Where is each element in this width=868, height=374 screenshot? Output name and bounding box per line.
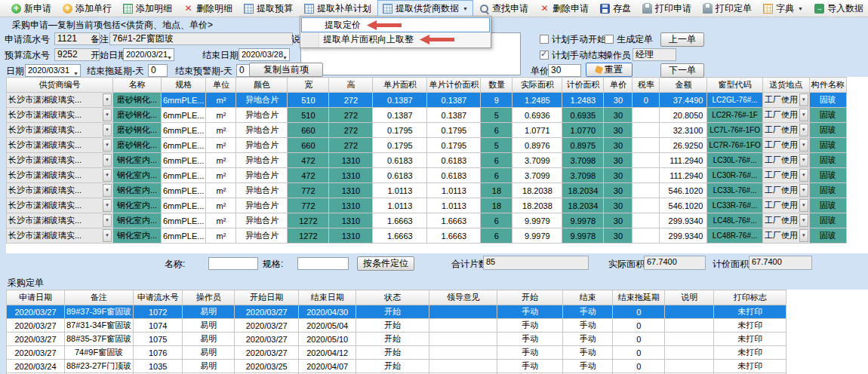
component-cell[interactable]: 固玻 bbox=[809, 213, 846, 228]
menu-item[interactable]: 提取单片面积向上取整 bbox=[300, 32, 491, 47]
unit-cell[interactable]: m² bbox=[206, 108, 236, 123]
name-cell[interactable]: 钢化室内... bbox=[113, 183, 162, 198]
actual-area-cell[interactable]: 1.2485 bbox=[512, 93, 562, 108]
component-cell[interactable]: 固玻 bbox=[809, 153, 846, 168]
unit-price-cell[interactable]: 30 bbox=[604, 213, 633, 228]
table-row[interactable]: 长沙市潇湘玻璃实...▼钢化室内...6mmPLE...m²异地合片772131… bbox=[7, 183, 847, 198]
end-delay-cell[interactable]: 0 bbox=[613, 333, 665, 346]
column-header[interactable]: 宽 bbox=[288, 78, 329, 93]
status-cell[interactable]: 开始 bbox=[356, 346, 429, 360]
component-cell[interactable]: 固玻 bbox=[809, 198, 846, 213]
end-mode-cell[interactable]: 手动 bbox=[563, 333, 613, 346]
toolbar-button[interactable]: 打印定单 bbox=[697, 0, 757, 17]
toolbar-button[interactable]: 提取补单计划 bbox=[299, 0, 377, 17]
name-cell[interactable]: 钢化室内... bbox=[113, 198, 162, 213]
height-cell[interactable]: 272 bbox=[329, 108, 373, 123]
width-cell[interactable]: 772 bbox=[288, 183, 329, 198]
tax-rate-cell[interactable] bbox=[633, 153, 660, 168]
supplier-cell[interactable]: 长沙市潇湘玻璃实...▼ bbox=[7, 108, 113, 123]
prev-order-button[interactable]: 上一单 bbox=[660, 32, 704, 47]
column-header[interactable]: 操作员 bbox=[183, 290, 235, 305]
unit-cell[interactable]: m² bbox=[206, 228, 236, 244]
name-cell[interactable]: 磨砂钢化... bbox=[113, 138, 162, 153]
priced-area-cell[interactable]: 18.2034 bbox=[562, 198, 604, 213]
width-cell[interactable]: 1272 bbox=[288, 213, 329, 228]
gen-order-checkbox[interactable] bbox=[605, 35, 614, 44]
column-header[interactable]: 窗型代码 bbox=[707, 78, 762, 93]
color-cell[interactable]: 异地合片 bbox=[236, 108, 288, 123]
table-row[interactable]: 2020/03/2787#31-34F窗固玻1074易明2020/03/2720… bbox=[7, 319, 786, 333]
table-row[interactable]: 2020/03/2788#35-37F窗固玻1075易明2020/03/2720… bbox=[7, 333, 786, 346]
unit-price-cell[interactable]: 30 bbox=[604, 228, 633, 244]
color-cell[interactable]: 异地合片 bbox=[236, 138, 288, 153]
spec-cell[interactable]: 6mmPLE... bbox=[162, 123, 206, 138]
piece-priced-area-cell[interactable]: 0.1795 bbox=[427, 138, 481, 153]
apply-no-cell[interactable]: 1076 bbox=[134, 346, 183, 360]
start-date-cell[interactable]: 2020/03/27 bbox=[235, 333, 299, 346]
priced-area-cell[interactable]: 3.7098 bbox=[562, 168, 604, 183]
start-date-combo[interactable]: 2020/03/21 bbox=[123, 48, 174, 61]
table-row[interactable]: 长沙市潇湘玻璃实...▼磨砂钢化...6mmPLE...m²异地合片660272… bbox=[7, 123, 847, 138]
amount-cell[interactable]: 299.9340 bbox=[660, 213, 707, 228]
start-mode-cell[interactable]: 手动 bbox=[497, 360, 563, 373]
height-cell[interactable]: 272 bbox=[329, 93, 373, 108]
qty-cell[interactable]: 6 bbox=[481, 123, 512, 138]
start-mode-cell[interactable]: 手动 bbox=[497, 346, 563, 360]
window-code-cell[interactable]: LC48R-76#... bbox=[707, 228, 762, 244]
spec-cell[interactable]: 6mmPLE... bbox=[162, 153, 206, 168]
qty-cell[interactable]: 6 bbox=[481, 153, 512, 168]
apply-date-cell[interactable]: 2020/03/27 bbox=[7, 333, 65, 346]
piece-area-cell[interactable]: 0.6183 bbox=[373, 168, 427, 183]
table-row[interactable]: 2020/03/2488#23-27F门顶玻1035易明2020/03/2520… bbox=[7, 360, 786, 373]
column-header[interactable]: 开始日期 bbox=[235, 290, 299, 305]
height-cell[interactable]: 1310 bbox=[329, 183, 373, 198]
supplier-cell[interactable]: 长沙市潇湘玻璃实...▼ bbox=[7, 213, 113, 228]
remark-cell[interactable]: 74#9F窗固玻 bbox=[65, 346, 134, 360]
tax-rate-cell[interactable] bbox=[633, 108, 660, 123]
dropdown-arrow-icon[interactable]: ▼ bbox=[799, 139, 808, 152]
unit-cell[interactable]: m² bbox=[206, 213, 236, 228]
operator-cell[interactable]: 易明 bbox=[183, 360, 235, 373]
delivery-cell[interactable]: 工厂使用▼ bbox=[762, 123, 809, 138]
tax-rate-cell[interactable]: 0 bbox=[633, 93, 660, 108]
amount-cell[interactable]: 111.2940 bbox=[660, 153, 707, 168]
name-cell[interactable]: 钢化室内... bbox=[113, 228, 162, 244]
component-cell[interactable]: 固玻 bbox=[809, 168, 846, 183]
piece-area-cell[interactable]: 0.1387 bbox=[373, 108, 427, 123]
dropdown-arrow-icon[interactable]: ▼ bbox=[103, 184, 112, 197]
column-header[interactable]: 高 bbox=[329, 78, 373, 93]
delivery-cell[interactable]: 工厂使用▼ bbox=[762, 228, 809, 244]
qty-cell[interactable]: 6 bbox=[481, 228, 512, 244]
dropdown-arrow-icon[interactable]: ▼ bbox=[103, 109, 112, 121]
table-row[interactable]: 长沙市潇湘玻璃实...▼钢化室内...6mmPLE...m²异地合片772131… bbox=[7, 198, 847, 213]
delivery-cell[interactable]: 工厂使用▼ bbox=[762, 93, 809, 108]
apply-no-cell[interactable]: 1075 bbox=[134, 333, 183, 346]
table-row[interactable]: 长沙市潇湘玻璃实...▼钢化室内...6mmPLE...m²异地合片127213… bbox=[7, 213, 847, 228]
menu-item[interactable]: 提取定价 bbox=[301, 17, 490, 32]
actual-area-cell[interactable]: 18.2038 bbox=[512, 198, 562, 213]
end-date-cell[interactable]: 2020/04/07 bbox=[299, 360, 356, 373]
height-cell[interactable]: 1310 bbox=[329, 198, 373, 213]
window-code-cell[interactable]: LC30R-76#... bbox=[707, 168, 762, 183]
column-header[interactable]: 结束日期 bbox=[299, 290, 356, 305]
start-date-cell[interactable]: 2020/03/27 bbox=[235, 305, 299, 319]
operator-cell[interactable]: 易明 bbox=[183, 305, 235, 319]
priced-area-cell[interactable]: 0.6935 bbox=[562, 108, 604, 123]
apply-no-cell[interactable]: 1072 bbox=[134, 305, 183, 319]
dropdown-arrow-icon[interactable]: ▼ bbox=[799, 229, 808, 242]
print-flag-cell[interactable]: 未打印 bbox=[714, 360, 786, 373]
start-date-cell[interactable]: 2020/03/27 bbox=[235, 346, 299, 360]
leader-opinion-cell[interactable] bbox=[429, 333, 497, 346]
end-mode-cell[interactable]: 手动 bbox=[563, 319, 613, 333]
remark-cell[interactable]: 88#23-27F门顶玻 bbox=[65, 360, 134, 373]
delivery-cell[interactable]: 工厂使用▼ bbox=[762, 168, 809, 183]
apply-no-cell[interactable]: 1035 bbox=[134, 360, 183, 373]
dropdown-arrow-icon[interactable]: ▼ bbox=[103, 229, 112, 242]
table-row[interactable]: 长沙市潇湘玻璃实...▼磨砂钢化...6mmPLE...m²异地合片510272… bbox=[7, 108, 847, 123]
dropdown-arrow-icon[interactable]: ▼ bbox=[799, 169, 808, 182]
end-delay-cell[interactable]: 0 bbox=[613, 346, 665, 360]
piece-area-cell[interactable]: 0.6183 bbox=[373, 153, 427, 168]
amount-cell[interactable]: 37.4490 bbox=[660, 93, 707, 108]
leader-opinion-cell[interactable] bbox=[429, 346, 497, 360]
tax-rate-cell[interactable] bbox=[633, 168, 660, 183]
